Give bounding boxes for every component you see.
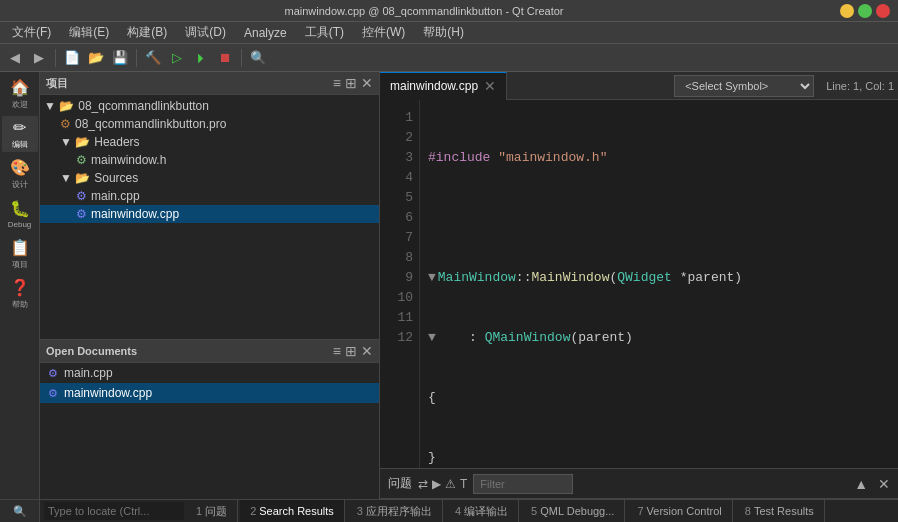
- menu-edit[interactable]: 编辑(E): [61, 22, 117, 43]
- toolbar-build[interactable]: 🔨: [142, 47, 164, 69]
- open-docs-close-icon[interactable]: ✕: [361, 343, 373, 359]
- h-file-icon: ⚙: [76, 153, 87, 167]
- code-content[interactable]: #include "mainwindow.h" ▼ MainWindow::Ma…: [420, 100, 898, 468]
- editor-tab-mainwindow[interactable]: mainwindow.cpp ✕: [380, 72, 507, 100]
- code-line-5: {: [428, 388, 890, 408]
- minimize-button[interactable]: [840, 4, 854, 18]
- activity-edit[interactable]: ✏ 编辑: [2, 116, 38, 152]
- line-num-2: 2: [380, 128, 413, 148]
- locate-search-icon: 🔍: [13, 505, 27, 518]
- toolbar-forward[interactable]: ▶: [28, 47, 50, 69]
- tab-num-problems: 1: [196, 505, 202, 517]
- open-doc-main-cpp[interactable]: ⚙ main.cpp: [40, 363, 379, 383]
- tree-label-sources: Sources: [94, 171, 138, 185]
- tree-item-root-folder[interactable]: ▼ 📂 08_qcommandlinkbutton: [40, 97, 379, 115]
- open-docs-filter-icon[interactable]: ≡: [333, 343, 341, 359]
- code-editor[interactable]: 1 2 3 4 5 6 7 8 9 10 11 12 #include "mai…: [380, 100, 898, 468]
- bottom-tab-vc[interactable]: 7 Version Control: [627, 500, 732, 522]
- editor-area: mainwindow.cpp ✕ <Select Symbol> Line: 1…: [380, 72, 898, 499]
- edit-icon: ✏: [13, 118, 26, 137]
- activity-design[interactable]: 🎨 设计: [2, 156, 38, 192]
- titlebar-controls: [840, 4, 890, 18]
- tab-num-test: 8: [745, 505, 751, 517]
- tree-item-main-cpp[interactable]: ⚙ main.cpp: [40, 187, 379, 205]
- bottom-tab-search[interactable]: 2 Search Results: [240, 500, 345, 522]
- tree-item-headers[interactable]: ▼ 📂 Headers: [40, 133, 379, 151]
- open-docs-expand-icon[interactable]: ⊞: [345, 343, 357, 359]
- code-line-3: ▼ MainWindow::MainWindow(QWidget *parent…: [428, 268, 890, 288]
- line-num-8: 8: [380, 248, 413, 268]
- problems-transfer-icon[interactable]: ⇄: [418, 477, 428, 491]
- menu-debug[interactable]: 调试(D): [177, 22, 234, 43]
- editor-tab-close[interactable]: ✕: [484, 78, 496, 94]
- window-title: mainwindow.cpp @ 08_qcommandlinkbutton -…: [8, 5, 840, 17]
- tree-item-mainwindow-h[interactable]: ⚙ mainwindow.h: [40, 151, 379, 169]
- bottom-area: 问题 ⇄ ▶ ⚠ T ▲ ✕: [380, 468, 898, 499]
- problems-panel-close[interactable]: ✕: [878, 476, 890, 492]
- problems-text-icon[interactable]: T: [460, 477, 467, 491]
- fold-arrow-3[interactable]: ▼: [428, 268, 436, 288]
- tree-label-pro: 08_qcommandlinkbutton.pro: [75, 117, 226, 131]
- problems-warning-icon[interactable]: ⚠: [445, 477, 456, 491]
- activity-debug[interactable]: 🐛 Debug: [2, 196, 38, 232]
- toolbar-open[interactable]: 📂: [85, 47, 107, 69]
- problems-label: 问题: [388, 475, 412, 492]
- project-close-icon[interactable]: ✕: [361, 75, 373, 91]
- project-filter-icon[interactable]: ≡: [333, 75, 341, 91]
- locate-input[interactable]: [44, 502, 184, 520]
- toolbar-stop[interactable]: ⏹: [214, 47, 236, 69]
- bottom-tab-qml-label: QML Debugg...: [540, 505, 614, 517]
- line-num-4: 4: [380, 168, 413, 188]
- toolbar-save[interactable]: 💾: [109, 47, 131, 69]
- problems-filter-input[interactable]: [473, 474, 573, 494]
- activity-welcome[interactable]: 🏠 欢迎: [2, 76, 38, 112]
- titlebar: mainwindow.cpp @ 08_qcommandlinkbutton -…: [0, 0, 898, 22]
- menu-analyze[interactable]: Analyze: [236, 24, 295, 42]
- open-docs-section: Open Documents ≡ ⊞ ✕ ⚙ main.cpp ⚙ mainwi…: [40, 339, 379, 499]
- project-tree: ▼ 📂 08_qcommandlinkbutton ⚙ 08_qcommandl…: [40, 95, 379, 339]
- menu-tools[interactable]: 工具(T): [297, 22, 352, 43]
- project-sync-icon[interactable]: ⊞: [345, 75, 357, 91]
- pro-icon: ⚙: [60, 117, 71, 131]
- bottom-tab-vc-label: Version Control: [647, 505, 722, 517]
- open-doc-mainwindow-cpp[interactable]: ⚙ mainwindow.cpp: [40, 383, 379, 403]
- menu-build[interactable]: 构建(B): [119, 22, 175, 43]
- bottom-tab-app-output-label: 应用程序输出: [366, 504, 432, 519]
- bottom-tab-test[interactable]: 8 Test Results: [735, 500, 825, 522]
- line-num-9: 9: [380, 268, 413, 288]
- activity-help[interactable]: ❓ 帮助: [2, 276, 38, 312]
- menu-file[interactable]: 文件(F): [4, 22, 59, 43]
- symbol-selector[interactable]: <Select Symbol>: [674, 75, 814, 97]
- toolbar-back[interactable]: ◀: [4, 47, 26, 69]
- design-icon: 🎨: [10, 158, 30, 177]
- close-button[interactable]: [876, 4, 890, 18]
- toolbar-debug-run[interactable]: ⏵: [190, 47, 212, 69]
- activity-design-label: 设计: [12, 179, 28, 190]
- bottom-tab-app-output[interactable]: 3 应用程序输出: [347, 500, 443, 522]
- menu-widgets[interactable]: 控件(W): [354, 22, 413, 43]
- menu-help[interactable]: 帮助(H): [415, 22, 472, 43]
- bottom-tab-compile[interactable]: 4 编译输出: [445, 500, 519, 522]
- maximize-button[interactable]: [858, 4, 872, 18]
- bottom-tab-qml[interactable]: 5 QML Debugg...: [521, 500, 625, 522]
- problems-play-icon[interactable]: ▶: [432, 477, 441, 491]
- line-numbers: 1 2 3 4 5 6 7 8 9 10 11 12: [380, 100, 420, 468]
- activity-project[interactable]: 📋 项目: [2, 236, 38, 272]
- toolbar-locator[interactable]: 🔍: [247, 47, 269, 69]
- code-line-2: [428, 208, 890, 228]
- open-doc-main-cpp-label: main.cpp: [64, 366, 113, 380]
- problems-panel-up[interactable]: ▲: [854, 476, 868, 492]
- sources-folder-icon: ▼ 📂: [60, 171, 90, 185]
- tree-item-pro[interactable]: ⚙ 08_qcommandlinkbutton.pro: [40, 115, 379, 133]
- toolbar-new[interactable]: 📄: [61, 47, 83, 69]
- line-num-5: 5: [380, 188, 413, 208]
- cpp-icon-main: ⚙: [76, 189, 87, 203]
- tree-item-sources[interactable]: ▼ 📂 Sources: [40, 169, 379, 187]
- line-num-1: 1: [380, 108, 413, 128]
- toolbar-run[interactable]: ▷: [166, 47, 188, 69]
- bottom-tab-problems[interactable]: 1 问题: [186, 500, 238, 522]
- cpp-icon-mainwindow: ⚙: [76, 207, 87, 221]
- tree-item-mainwindow-cpp[interactable]: ⚙ mainwindow.cpp: [40, 205, 379, 223]
- fold-arrow-4[interactable]: ▼: [428, 328, 436, 348]
- line-info: Line: 1, Col: 1: [826, 80, 894, 92]
